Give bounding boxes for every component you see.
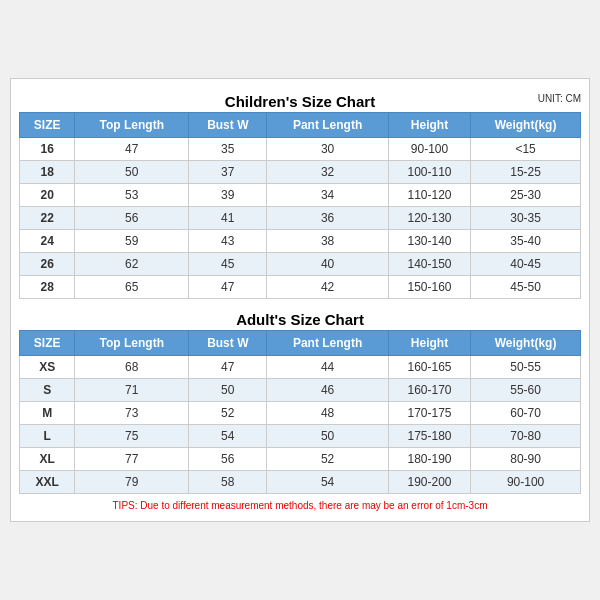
table-cell: 35 (189, 138, 267, 161)
table-cell: 47 (189, 276, 267, 299)
table-cell: 47 (75, 138, 189, 161)
table-cell: 50 (267, 425, 389, 448)
adult-col-size: SIZE (20, 331, 75, 356)
chart-container: Children's Size Chart UNIT: CM SIZE Top … (10, 78, 590, 522)
children-col-weight: Weight(kg) (471, 113, 581, 138)
table-cell: 37 (189, 161, 267, 184)
table-cell: 40 (267, 253, 389, 276)
table-cell: 150-160 (388, 276, 470, 299)
table-cell: 44 (267, 356, 389, 379)
table-cell: 35-40 (471, 230, 581, 253)
tips-text: TIPS: Due to different measurement metho… (19, 494, 581, 513)
table-cell: 50-55 (471, 356, 581, 379)
table-cell: 80-90 (471, 448, 581, 471)
table-cell: 79 (75, 471, 189, 494)
children-header-row: SIZE Top Length Bust W Pant Length Heigh… (20, 113, 581, 138)
table-cell: 52 (189, 402, 267, 425)
table-cell: 16 (20, 138, 75, 161)
children-col-pant-length: Pant Length (267, 113, 389, 138)
table-cell: 24 (20, 230, 75, 253)
table-cell: 47 (189, 356, 267, 379)
table-cell: 18 (20, 161, 75, 184)
table-row: M735248170-17560-70 (20, 402, 581, 425)
table-cell: 71 (75, 379, 189, 402)
table-cell: 62 (75, 253, 189, 276)
table-cell: 160-170 (388, 379, 470, 402)
table-cell: 160-165 (388, 356, 470, 379)
table-cell: 175-180 (388, 425, 470, 448)
children-col-top-length: Top Length (75, 113, 189, 138)
table-cell: 45 (189, 253, 267, 276)
children-title-text: Children's Size Chart (225, 93, 375, 110)
table-row: 1647353090-100<15 (20, 138, 581, 161)
table-cell: 34 (267, 184, 389, 207)
table-cell: 54 (189, 425, 267, 448)
table-cell: 170-175 (388, 402, 470, 425)
table-row: L755450175-18070-80 (20, 425, 581, 448)
table-cell: 130-140 (388, 230, 470, 253)
table-cell: 50 (189, 379, 267, 402)
table-cell: 46 (267, 379, 389, 402)
table-cell: 22 (20, 207, 75, 230)
table-cell: 90-100 (471, 471, 581, 494)
table-cell: 48 (267, 402, 389, 425)
table-cell: 43 (189, 230, 267, 253)
table-row: 22564136120-13030-35 (20, 207, 581, 230)
table-cell: 140-150 (388, 253, 470, 276)
table-cell: 180-190 (388, 448, 470, 471)
table-cell: 42 (267, 276, 389, 299)
adult-col-weight: Weight(kg) (471, 331, 581, 356)
table-row: 20533934110-12025-30 (20, 184, 581, 207)
children-table: SIZE Top Length Bust W Pant Length Heigh… (19, 112, 581, 299)
table-cell: 55-60 (471, 379, 581, 402)
table-cell: 54 (267, 471, 389, 494)
children-col-bust-w: Bust W (189, 113, 267, 138)
table-cell: 38 (267, 230, 389, 253)
table-cell: 26 (20, 253, 75, 276)
table-cell: L (20, 425, 75, 448)
table-cell: S (20, 379, 75, 402)
table-cell: XXL (20, 471, 75, 494)
table-cell: 59 (75, 230, 189, 253)
table-cell: 36 (267, 207, 389, 230)
table-cell: 45-50 (471, 276, 581, 299)
adult-title-text: Adult's Size Chart (236, 311, 364, 328)
adult-table: SIZE Top Length Bust W Pant Length Heigh… (19, 330, 581, 494)
children-col-height: Height (388, 113, 470, 138)
children-section-title: Children's Size Chart UNIT: CM (19, 87, 581, 112)
adult-section-title: Adult's Size Chart (19, 305, 581, 330)
table-row: XS684744160-16550-55 (20, 356, 581, 379)
table-cell: XL (20, 448, 75, 471)
table-cell: 70-80 (471, 425, 581, 448)
table-cell: 68 (75, 356, 189, 379)
table-cell: 50 (75, 161, 189, 184)
table-cell: 15-25 (471, 161, 581, 184)
table-cell: 120-130 (388, 207, 470, 230)
table-cell: 190-200 (388, 471, 470, 494)
table-cell: 110-120 (388, 184, 470, 207)
adult-header-row: SIZE Top Length Bust W Pant Length Heigh… (20, 331, 581, 356)
unit-label: UNIT: CM (538, 93, 581, 104)
table-cell: 60-70 (471, 402, 581, 425)
table-row: S715046160-17055-60 (20, 379, 581, 402)
table-cell: 90-100 (388, 138, 470, 161)
table-cell: 100-110 (388, 161, 470, 184)
table-cell: 77 (75, 448, 189, 471)
table-cell: 41 (189, 207, 267, 230)
adult-col-height: Height (388, 331, 470, 356)
adult-col-top-length: Top Length (75, 331, 189, 356)
table-cell: <15 (471, 138, 581, 161)
table-cell: 39 (189, 184, 267, 207)
table-row: 28654742150-16045-50 (20, 276, 581, 299)
table-cell: 32 (267, 161, 389, 184)
table-cell: 58 (189, 471, 267, 494)
table-row: XXL795854190-20090-100 (20, 471, 581, 494)
table-cell: 30-35 (471, 207, 581, 230)
table-cell: 56 (75, 207, 189, 230)
table-row: XL775652180-19080-90 (20, 448, 581, 471)
table-cell: 28 (20, 276, 75, 299)
table-cell: M (20, 402, 75, 425)
table-row: 24594338130-14035-40 (20, 230, 581, 253)
table-cell: 40-45 (471, 253, 581, 276)
adult-col-bust-w: Bust W (189, 331, 267, 356)
